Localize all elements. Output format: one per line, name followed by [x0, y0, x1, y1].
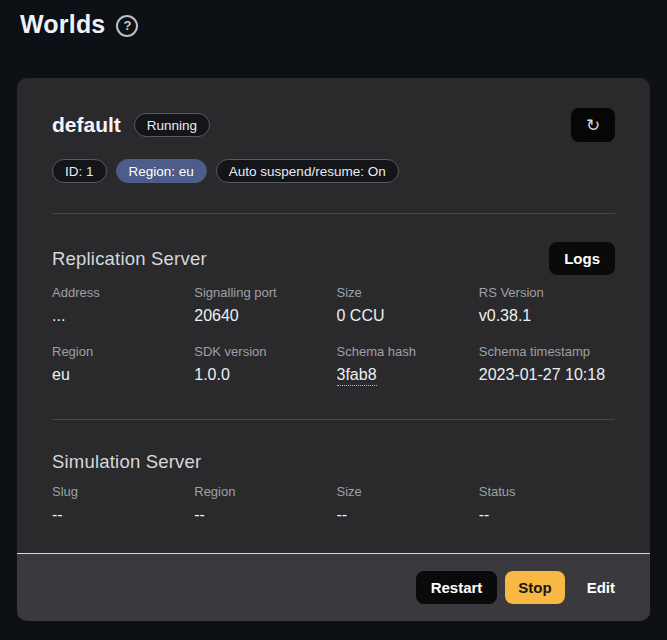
field-sim-size: Size -- — [337, 484, 473, 524]
page: { "page": { "title": "Worlds" }, "icons"… — [0, 0, 667, 640]
region-badge: Region: eu — [116, 159, 207, 183]
field-schema-hash: Schema hash 3fab8 — [337, 344, 473, 386]
field-value: 1.0.0 — [194, 366, 330, 384]
field-label: Signalling port — [194, 285, 330, 300]
field-slug: Slug -- — [52, 484, 188, 524]
world-card-footer: Restart Stop Edit — [17, 553, 650, 621]
field-label: SDK version — [194, 344, 330, 359]
refresh-button[interactable]: ↻ — [571, 108, 615, 142]
replication-heading: Replication Server — [52, 248, 207, 270]
simulation-section-head: Simulation Server — [52, 450, 615, 474]
field-value: -- — [194, 506, 330, 524]
logs-button[interactable]: Logs — [549, 242, 615, 275]
world-card: default Running ↻ ID: 1 Region: eu Auto … — [17, 78, 650, 621]
field-label: Size — [337, 285, 473, 300]
world-card-body: default Running ↻ ID: 1 Region: eu Auto … — [17, 78, 650, 553]
edit-button[interactable]: Edit — [573, 571, 629, 604]
page-title: Worlds — [20, 10, 105, 39]
replication-field-grid: Address ... Signalling port 20640 Size 0… — [52, 285, 615, 386]
divider — [52, 419, 615, 420]
field-label: Schema timestamp — [479, 344, 615, 359]
field-sim-region: Region -- — [194, 484, 330, 524]
meta-badges-row: ID: 1 Region: eu Auto suspend/resume: On — [52, 159, 615, 183]
replication-section-head: Replication Server Logs — [52, 242, 615, 275]
field-label: RS Version — [479, 285, 615, 300]
world-name: default — [52, 113, 121, 137]
field-value: -- — [337, 506, 473, 524]
simulation-field-grid: Slug -- Region -- Size -- Status -- — [52, 484, 615, 524]
help-icon[interactable]: ? — [116, 15, 138, 37]
field-value: 20640 — [194, 307, 330, 325]
world-header-row: default Running ↻ — [52, 108, 615, 142]
field-size: Size 0 CCU — [337, 285, 473, 325]
field-value: ... — [52, 307, 188, 325]
auto-suspend-badge: Auto suspend/resume: On — [216, 159, 399, 183]
refresh-icon: ↻ — [586, 115, 600, 136]
restart-button[interactable]: Restart — [416, 571, 498, 604]
field-value: -- — [479, 506, 615, 524]
field-address: Address ... — [52, 285, 188, 325]
field-region: Region eu — [52, 344, 188, 386]
stop-button[interactable]: Stop — [505, 571, 564, 604]
field-label: Schema hash — [337, 344, 473, 359]
field-value: 2023-01-27 10:18 — [479, 366, 615, 384]
id-badge: ID: 1 — [52, 159, 107, 183]
field-value: v0.38.1 — [479, 307, 615, 325]
field-schema-timestamp: Schema timestamp 2023-01-27 10:18 — [479, 344, 615, 386]
field-value: eu — [52, 366, 188, 384]
divider — [52, 213, 615, 214]
field-value: -- — [52, 506, 188, 524]
field-sim-status: Status -- — [479, 484, 615, 524]
field-rs-version: RS Version v0.38.1 — [479, 285, 615, 325]
field-signalling-port: Signalling port 20640 — [194, 285, 330, 325]
field-label: Size — [337, 484, 473, 499]
simulation-heading: Simulation Server — [52, 451, 201, 473]
page-header: Worlds ? — [0, 0, 667, 40]
field-label: Region — [194, 484, 330, 499]
field-label: Region — [52, 344, 188, 359]
field-label: Status — [479, 484, 615, 499]
field-sdk-version: SDK version 1.0.0 — [194, 344, 330, 386]
field-label: Slug — [52, 484, 188, 499]
field-value: 0 CCU — [337, 307, 473, 325]
field-label: Address — [52, 285, 188, 300]
schema-hash-value[interactable]: 3fab8 — [337, 366, 377, 386]
status-badge: Running — [134, 113, 210, 137]
